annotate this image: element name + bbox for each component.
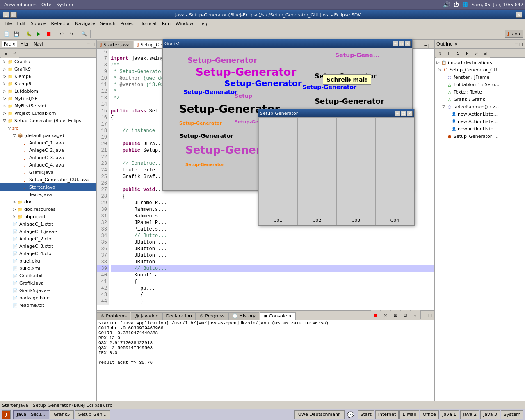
tab-package[interactable]: Pac × [2,41,17,47]
tree-item-klemp6[interactable]: ▷ 📁 Klemp6 [0,73,96,80]
menu-tomcat[interactable]: Tomcat [138,20,159,27]
collapse-outline-btn[interactable]: ⊟ [481,49,490,58]
tree-item-buildxml[interactable]: 📄 build.xml [0,265,96,272]
outline-class[interactable]: ▷ C Setup_Generator_GU... [436,66,524,73]
menu-search[interactable]: Search [98,20,118,27]
tab-progress[interactable]: ⚙ Progress [196,312,228,320]
tab-navi[interactable]: Navi [32,41,44,47]
menu-project[interactable]: Project [118,20,139,27]
menu-run[interactable]: Run [160,20,173,27]
tree-item-grafik7[interactable]: ▷ 📁 Grafik7 [0,58,96,65]
minimize-bottom-btn[interactable]: ─ [422,313,426,318]
undo-btn[interactable]: ↩ [57,30,66,39]
maximize-bottom-btn[interactable]: □ [427,313,433,318]
tree-item-anlagec1ctxt[interactable]: 📄 AnlageC_1.ctxt [0,220,96,228]
menu-help[interactable]: Help [196,20,211,27]
tree-item-readmetxt[interactable]: 📄 readme.txt [0,301,96,309]
taskbar-start-btn[interactable]: Start [358,410,374,419]
taskbar-office-btn[interactable]: Office [420,410,439,419]
maximize-panel-btn[interactable]: □ [91,41,95,47]
menu-file[interactable]: File [2,20,14,27]
tab-problems[interactable]: ⚠ Problems [97,312,130,320]
tree-item-texte[interactable]: J Texte.java [0,191,96,198]
outline-fenster[interactable]: ○ fenster : JFrame [436,73,524,81]
tree-item-doc-res[interactable]: ▷ 📁 doc.resources [0,205,96,213]
tree-item-projekt[interactable]: ▷ 📁 Projekt_Lufdablom [0,110,96,117]
link-editor-btn[interactable]: ⇌ [10,49,19,58]
taskbar-java2-btn[interactable]: Java 2 [460,410,480,419]
setup-gen-restore-btn[interactable]: □ [401,111,406,116]
hide-static-btn[interactable]: S [454,49,463,58]
outline-setup-gen-field[interactable]: ● Setup_Generator_... [436,132,524,140]
tree-item-anlagec1javatilde[interactable]: 📄 AnlageC_1.java~ [0,228,96,235]
tab-javadoc[interactable]: @ Javadoc [131,312,162,320]
taskbar-java-eclipse[interactable]: Java - Setu... [13,410,49,419]
outline-new-action3[interactable]: 👤 new ActionListe... [436,125,524,132]
minimize-outline-btn[interactable]: ─ [515,41,518,47]
tab-declaration[interactable]: Declaration [162,312,196,320]
tree-item-klemp9[interactable]: ▷ 📁 Klemp9 [0,80,96,87]
tree-item-grafik[interactable]: J Grafik.java [0,169,96,176]
tree-item-anlagec1[interactable]: J AnlageC_1.java [0,139,96,146]
tree-item-grafiktilde[interactable]: 📄 Grafik.java~ [0,279,96,287]
setup-gen-titlebar[interactable]: Setup-Generator ─ □ × [258,109,414,117]
tree-item-grafik9[interactable]: ▷ 📁 Grafik9 [0,65,96,73]
tree-item-default-pkg[interactable]: ▽ 📦 (default package) [0,132,96,139]
menu-source[interactable]: Source [28,20,49,27]
power-icon[interactable]: ⏻ [453,1,459,8]
tree-item-nbproject[interactable]: ▷ 📁 nbproject [0,213,96,220]
grafik5-close-btn[interactable]: × [405,41,411,46]
tree-item-setup-gen[interactable]: ▽ 📁 Setup-Generator (BlueJ-Eclips [0,117,96,124]
grafik5-titlebar[interactable]: Grafik5 ─ □ × [163,39,412,48]
taskbar-email-btn[interactable]: E-Mail [399,410,419,419]
tree-item-anlagec4ctxt[interactable]: 📄 AnlageC_4.ctxt [0,250,96,257]
setup-gen-close-btn[interactable]: × [407,111,413,116]
skype-icon[interactable]: 💬 [347,411,354,418]
tree-item-grafik5tilde[interactable]: 📄 Grafik5.java~ [0,287,96,294]
tab-starter-java[interactable]: J Starter.java [97,41,133,48]
tree-item-lufdablom[interactable]: ▷ 📁 Lufdablom [0,87,96,95]
collapse-all-btn[interactable]: ⊟ [1,49,10,58]
tree-item-bluejpkg[interactable]: 📄 bluej.pkg [0,257,96,265]
stop-console-btn[interactable]: ■ [371,310,380,320]
outline-import-declarations[interactable]: ▷ 📋 import declarations [436,59,524,66]
minimize-panel-btn[interactable]: ─ [87,41,90,47]
tree-item-starter[interactable]: J Starter.java [0,183,96,191]
outline-new-action2[interactable]: 👤 new ActionListe... [436,118,524,125]
tree-item-myfirstjsp[interactable]: ▷ 📁 MyFirstJSP [0,95,96,102]
new-btn[interactable]: 📄 [2,30,11,39]
outline-texte[interactable]: △ Texte : Texte [436,88,524,96]
minimize-editor-btn[interactable]: ─ [424,43,427,48]
maximize-editor-btn[interactable]: □ [428,43,433,48]
tree-item-anlagec3ctxt[interactable]: 📄 AnlageC_3.ctxt [0,242,96,250]
debug-btn[interactable]: 🐛 [25,30,34,39]
grafik5-minimize-btn[interactable]: ─ [393,41,398,46]
taskbar-system-btn[interactable]: System [501,410,523,419]
taskbar-java3-btn[interactable]: Java 3 [480,410,500,419]
tree-item-packagebluej[interactable]: 📄 package.bluej [0,294,96,301]
tree-item-myfirstservlet[interactable]: ▷ 📁 MyFirstServlet [0,102,96,110]
menu-edit[interactable]: Edit [14,20,28,27]
menu-window[interactable]: Window [173,20,196,27]
console-btn1[interactable]: ⊞ [391,310,400,320]
tab-console[interactable]: ▣ Console × [260,312,296,320]
outline-grafik[interactable]: △ Grafik : Grafik [436,96,524,103]
menu-system[interactable]: System [54,2,75,7]
stop-btn[interactable]: ■ [44,30,53,39]
save-btn[interactable]: 💾 [12,30,21,39]
setup-gen-minimize-btn[interactable]: ─ [395,111,400,116]
volume-icon[interactable]: 🔊 [443,1,450,8]
grafik5-restore-btn[interactable]: □ [399,41,404,46]
tree-item-anlagec3[interactable]: J AnlageC_3.java [0,154,96,161]
clear-console-btn[interactable]: ✕ [381,310,390,320]
tree-item-doc[interactable]: ▷ 📁 doc [0,198,96,205]
tree-item-anlagec4[interactable]: J AnlageC_4.java [0,161,96,169]
desktop-icon[interactable]: J [2,410,11,419]
hide-fields-btn[interactable]: F [445,49,454,58]
sync-outline-btn[interactable]: ⇌ [472,49,481,58]
perspective-java[interactable]: J Java [505,30,523,38]
tree-item-setup-gui[interactable]: J Setup_Generator_GUI.java [0,176,96,183]
outline-setzerahmen[interactable]: ▽ ○ setzeRahmen() : v... [436,103,524,110]
tree-item-anlagec2ctxt[interactable]: 📄 AnlageC_2.ctxt [0,235,96,242]
tree-item-src[interactable]: ▽ src [0,124,96,132]
